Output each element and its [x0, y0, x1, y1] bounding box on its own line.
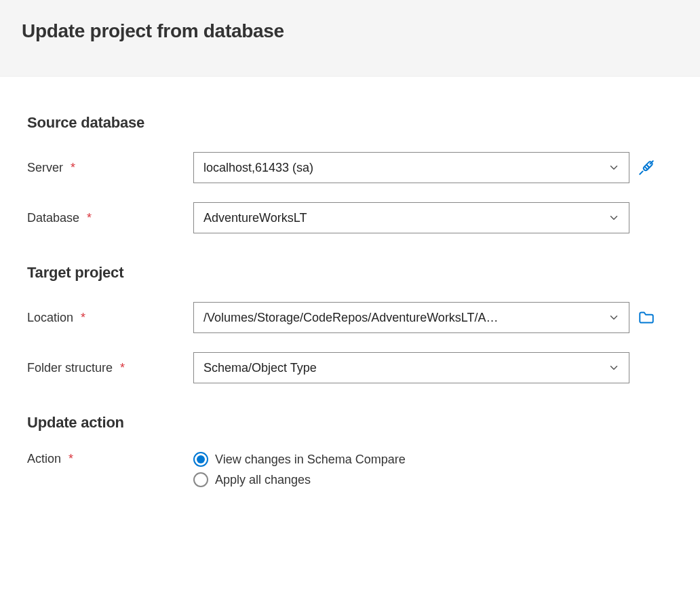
folder-icon [638, 309, 655, 326]
location-label-wrap: Location * [27, 311, 193, 325]
server-select-wrap: localhost,61433 (sa) [193, 152, 629, 183]
server-label-wrap: Server * [27, 161, 193, 175]
dialog-title: Update project from database [22, 20, 678, 42]
field-server: Server * localhost,61433 (sa) [27, 152, 673, 183]
folder-structure-label-wrap: Folder structure * [27, 361, 193, 375]
location-select-value: /Volumes/Storage/CodeRepos/AdventureWork… [203, 311, 602, 325]
folder-structure-select-value: Schema/Object Type [203, 361, 602, 375]
radio-dot [197, 455, 205, 463]
section-heading-target: Target project [27, 264, 673, 282]
database-select[interactable]: AdventureWorksLT [193, 202, 629, 233]
section-heading-action: Update action [27, 414, 673, 432]
required-asterisk: * [71, 161, 75, 174]
dialog-body: Source database Server * localhost,61433… [0, 77, 700, 533]
radio-apply-all-label: Apply all changes [215, 473, 311, 487]
database-label-wrap: Database * [27, 211, 193, 225]
connect-button[interactable] [629, 159, 663, 176]
plug-icon [638, 159, 655, 176]
server-select-value: localhost,61433 (sa) [203, 161, 602, 175]
database-label: Database [27, 211, 79, 225]
required-asterisk: * [69, 452, 73, 465]
folder-structure-label: Folder structure [27, 361, 113, 375]
action-label: Action [27, 452, 61, 465]
radio-view-changes-label: View changes in Schema Compare [215, 453, 406, 467]
action-label-wrap: Action * [27, 452, 193, 466]
database-select-value: AdventureWorksLT [203, 211, 602, 225]
dialog-header: Update project from database [0, 0, 700, 77]
radio-apply-all[interactable]: Apply all changes [193, 472, 629, 487]
server-label: Server [27, 161, 63, 174]
folder-structure-select[interactable]: Schema/Object Type [193, 352, 629, 383]
field-folder-structure: Folder structure * Schema/Object Type [27, 352, 673, 383]
folder-structure-select-wrap: Schema/Object Type [193, 352, 629, 383]
radio-indicator-unchecked [193, 472, 208, 487]
browse-button[interactable] [629, 309, 663, 326]
action-radio-group: View changes in Schema Compare Apply all… [193, 452, 629, 487]
section-heading-source: Source database [27, 114, 673, 132]
action-radio-group-wrap: View changes in Schema Compare Apply all… [193, 452, 629, 487]
required-asterisk: * [81, 311, 85, 324]
required-asterisk: * [87, 211, 92, 225]
server-select[interactable]: localhost,61433 (sa) [193, 152, 629, 183]
field-location: Location * /Volumes/Storage/CodeRepos/Ad… [27, 302, 673, 333]
radio-indicator-checked [193, 452, 208, 467]
location-label: Location [27, 311, 73, 324]
database-select-wrap: AdventureWorksLT [193, 202, 629, 233]
field-action: Action * View changes in Schema Compare … [27, 452, 673, 487]
location-select-wrap: /Volumes/Storage/CodeRepos/AdventureWork… [193, 302, 629, 333]
location-select[interactable]: /Volumes/Storage/CodeRepos/AdventureWork… [193, 302, 629, 333]
radio-view-changes[interactable]: View changes in Schema Compare [193, 452, 629, 467]
field-database: Database * AdventureWorksLT [27, 202, 673, 233]
required-asterisk: * [120, 361, 125, 375]
